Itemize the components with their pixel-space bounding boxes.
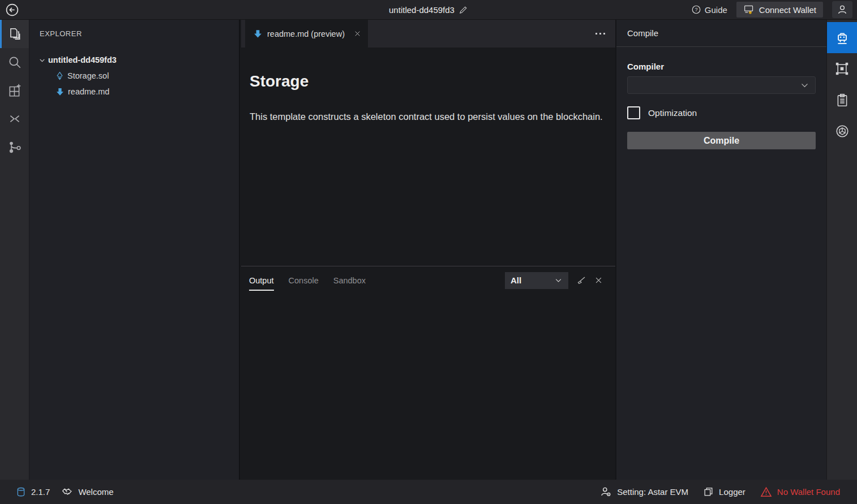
activity-item-ai[interactable]: [827, 115, 857, 147]
chevron-down-icon: [554, 276, 563, 285]
panel-tab-console[interactable]: Console: [289, 266, 319, 294]
activity-item-audit[interactable]: [827, 84, 857, 115]
compiler-label: Compiler: [627, 62, 816, 71]
back-button[interactable]: [0, 3, 24, 17]
markdown-arrow-icon: [253, 29, 263, 38]
editor-tabstrip: readme.md (preview): [241, 20, 615, 48]
activity-item-ports[interactable]: [0, 105, 29, 133]
clear-output-button[interactable]: [576, 275, 586, 286]
left-activity-bar: [0, 20, 29, 480]
activity-item-git[interactable]: [0, 133, 29, 161]
ports-icon: [7, 111, 22, 126]
compile-panel: Compile Compiler Optimization Compile: [616, 20, 826, 480]
file-name: Storage.sol: [67, 71, 109, 80]
question-circle-icon: ?: [691, 5, 701, 15]
optimization-label: Optimization: [648, 108, 697, 118]
rename-pencil-icon[interactable]: [459, 5, 468, 15]
account-avatar-button[interactable]: [832, 1, 852, 18]
chainide-app: untitled-dd459fd3 ? Guide Connect Wallet: [0, 0, 857, 504]
compiler-version-select[interactable]: [627, 76, 816, 94]
git-graph-icon: [7, 140, 22, 154]
guide-label: Guide: [705, 5, 727, 15]
statusbar-left: 2.1.7 Welcome: [16, 486, 114, 498]
editor-more-actions-button[interactable]: [595, 20, 605, 48]
status-bar: 2.1.7 Welcome Setting: Astar EVM Logger …: [0, 480, 857, 504]
ethereum-icon: [55, 71, 64, 81]
folder-name: untitled-dd459fd3: [48, 55, 117, 64]
logger-label: Logger: [719, 487, 745, 497]
clipboard-icon: [835, 93, 850, 107]
svg-text:?: ?: [695, 7, 697, 12]
activity-item-compiler[interactable]: [827, 22, 857, 53]
tab-readme-preview[interactable]: readme.md (preview): [245, 20, 368, 48]
version-label: 2.1.7: [31, 487, 50, 497]
logger-item[interactable]: Logger: [703, 486, 745, 497]
explorer-sidebar: EXPLORER untitled-dd459fd3 Storage.sol r…: [29, 20, 240, 480]
output-filter-select[interactable]: All: [505, 272, 568, 289]
right-activity-bar: [826, 20, 857, 480]
markdown-preview: Storage This template constructs a skele…: [241, 48, 615, 266]
panel-tab-output[interactable]: Output: [249, 266, 274, 294]
top-bar: untitled-dd459fd3 ? Guide Connect Wallet: [0, 0, 857, 20]
panel-tab-sandbox[interactable]: Sandbox: [333, 266, 366, 294]
tree-folder-row[interactable]: untitled-dd459fd3: [29, 52, 239, 68]
person-gear-icon: [600, 486, 612, 498]
filter-value: All: [511, 275, 521, 285]
guide-button[interactable]: ? Guide: [691, 5, 727, 15]
close-icon: [594, 276, 603, 285]
activity-item-search[interactable]: [0, 48, 29, 76]
compile-panel-body: Compiler Optimization Compile: [616, 47, 826, 149]
optimization-checkbox[interactable]: [627, 106, 640, 119]
tree-file-storage[interactable]: Storage.sol: [29, 68, 239, 84]
logger-copy-icon: [703, 486, 714, 497]
bottom-panel: Output Console Sandbox All: [241, 266, 615, 479]
chain-setting-item[interactable]: Setting: Astar EVM: [600, 486, 688, 498]
bottom-panel-tabs: Output Console Sandbox All: [241, 266, 615, 294]
activity-item-explorer[interactable]: [0, 20, 29, 48]
editor-column: readme.md (preview) Storage This templat…: [241, 20, 616, 480]
version-item: 2.1.7: [16, 486, 50, 498]
topbar-right: ? Guide Connect Wallet: [691, 1, 852, 18]
optimization-row: Optimization: [627, 106, 816, 119]
search-icon: [7, 55, 22, 70]
statusbar-right: Setting: Astar EVM Logger No Wallet Foun…: [600, 486, 840, 498]
wallet-icon: [743, 5, 755, 15]
activity-item-deploy[interactable]: [827, 53, 857, 84]
tab-close-icon[interactable]: [354, 30, 361, 37]
database-icon: [16, 486, 26, 498]
connect-wallet-button[interactable]: Connect Wallet: [736, 2, 823, 18]
welcome-item[interactable]: Welcome: [61, 486, 113, 498]
robot-compiler-icon: [834, 30, 850, 46]
back-arrow-icon: [5, 3, 19, 17]
person-icon: [837, 4, 848, 15]
connect-wallet-label: Connect Wallet: [759, 5, 816, 15]
warning-triangle-icon: [760, 486, 772, 497]
no-wallet-label: No Wallet Found: [777, 487, 840, 497]
handshake-icon: [61, 486, 73, 498]
project-title: untitled-dd459fd3: [389, 5, 455, 15]
tab-label: readme.md (preview): [267, 29, 345, 38]
compile-panel-header: Compile: [616, 20, 826, 47]
panel-controls: All: [505, 272, 603, 289]
markdown-arrow-icon: [55, 87, 65, 96]
panel-close-button[interactable]: [594, 276, 603, 285]
chain-setting-label: Setting: Astar EVM: [617, 487, 688, 497]
plugins-icon: [7, 83, 22, 98]
preview-paragraph: This template constructs a skeleton cont…: [250, 107, 603, 126]
chevron-down-icon: [37, 57, 46, 64]
activity-item-plugins[interactable]: [0, 76, 29, 105]
explorer-header: EXPLORER: [29, 20, 239, 48]
clear-broom-icon: [576, 275, 586, 286]
chevron-down-icon: [800, 80, 809, 90]
deploy-icon: [834, 61, 850, 76]
compile-button[interactable]: Compile: [627, 132, 816, 149]
files-icon: [7, 27, 22, 41]
panel-output-content: [241, 294, 615, 480]
file-tree: untitled-dd459fd3 Storage.sol readme.md: [29, 48, 239, 100]
no-wallet-status: No Wallet Found: [760, 486, 840, 497]
file-name: readme.md: [68, 87, 109, 96]
openai-icon: [835, 124, 850, 139]
preview-heading: Storage: [250, 72, 604, 91]
tree-file-readme[interactable]: readme.md: [29, 84, 239, 100]
welcome-label: Welcome: [78, 487, 113, 497]
